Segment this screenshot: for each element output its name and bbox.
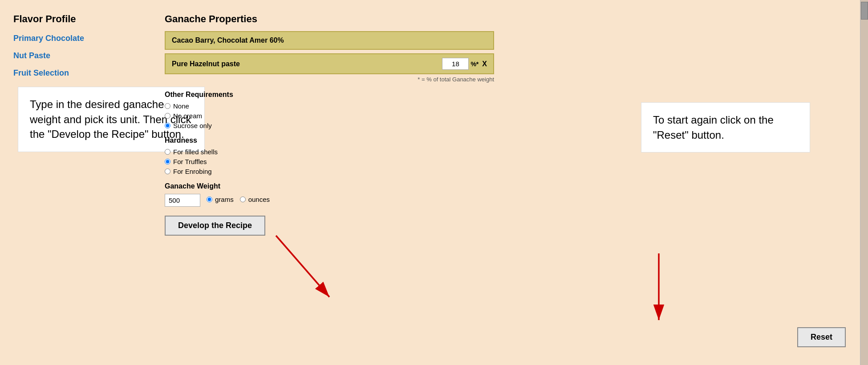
scrollbar[interactable]	[860, 0, 868, 365]
hardness-filled-shells-label: For filled shells	[173, 148, 218, 156]
other-req-none-radio[interactable]	[165, 103, 170, 109]
sidebar-item-nut-paste[interactable]: Nut Paste	[13, 51, 138, 60]
ganache-weight-title: Ganache Weight	[165, 182, 855, 190]
ganache-weight-input[interactable]	[165, 194, 200, 207]
hardness-truffles-radio[interactable]	[165, 159, 170, 164]
hardness-enrobing-radio[interactable]	[165, 168, 170, 174]
other-requirements-title: Other Requirements	[165, 91, 855, 99]
unit-grams-radio[interactable]	[207, 197, 212, 202]
develop-recipe-button[interactable]: Develop the Recipe	[165, 216, 265, 236]
footnote: * = % of total Ganache weight	[165, 76, 494, 83]
unit-grams-label: grams	[215, 196, 234, 203]
unit-ounces-label: ounces	[248, 196, 270, 203]
tooltip-right-text: To start again click on the "Reset" butt…	[653, 114, 774, 141]
unit-grams[interactable]: grams	[207, 196, 234, 203]
chocolate-value: Cacao Barry, Chocolat Amer 60%	[172, 36, 487, 44]
hardness-filled-shells-radio[interactable]	[165, 149, 170, 155]
percent-label: %*	[471, 60, 479, 68]
tooltip-right: To start again click on the "Reset" butt…	[641, 102, 810, 152]
flavor-profile-title: Flavor Profile	[13, 13, 138, 25]
scrollbar-thumb[interactable]	[861, 2, 868, 20]
hardness-enrobing-label: For Enrobing	[173, 168, 212, 175]
sidebar-item-primary-chocolate[interactable]: Primary Chocolate	[13, 34, 138, 43]
hardness-truffles-label: For Truffles	[173, 158, 207, 165]
hardness-truffles[interactable]: For Truffles	[165, 158, 855, 165]
ganache-weight-row: grams ounces	[165, 194, 855, 207]
unit-ounces[interactable]: ounces	[240, 196, 270, 203]
other-req-sucrose-radio[interactable]	[165, 123, 170, 128]
nut-paste-remove-button[interactable]: X	[482, 60, 487, 68]
unit-ounces-radio[interactable]	[240, 197, 246, 202]
ganache-properties-title: Ganache Properties	[165, 13, 855, 25]
nut-paste-row: Pure Hazelnut paste %* X	[165, 53, 494, 74]
nut-paste-label: Pure Hazelnut paste	[172, 60, 442, 68]
other-req-sucrose-label: Sucrose only	[173, 122, 212, 129]
sidebar-item-fruit-selection[interactable]: Fruit Selection	[13, 68, 138, 78]
nut-paste-input[interactable]	[442, 58, 469, 70]
other-req-no-cream-radio[interactable]	[165, 113, 170, 119]
hardness-enrobing[interactable]: For Enrobing	[165, 168, 855, 175]
other-req-no-cream-label: No cream	[173, 112, 202, 120]
reset-button[interactable]: Reset	[797, 327, 846, 347]
other-req-none-label: None	[173, 102, 189, 110]
chocolate-input-row: Cacao Barry, Chocolat Amer 60%	[165, 31, 494, 50]
